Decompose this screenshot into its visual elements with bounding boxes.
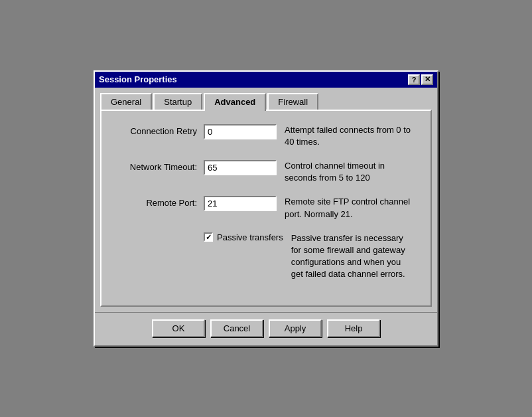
help-title-button[interactable]: ?: [408, 74, 420, 85]
tab-advanced[interactable]: Advanced: [204, 93, 266, 111]
connection-retry-label: Connection Retry: [117, 124, 204, 136]
passive-transfers-label[interactable]: Passive transfers: [204, 232, 283, 242]
remote-port-description: Remote site FTP control channel port. No…: [285, 196, 415, 220]
network-timeout-row: Network Timeout: Control channel timeout…: [117, 160, 415, 184]
apply-button[interactable]: Apply: [269, 319, 322, 337]
help-button[interactable]: Help: [327, 319, 380, 337]
buttons-row: OK Cancel Apply Help: [95, 312, 437, 345]
dialog-title: Session Properties: [99, 74, 177, 84]
title-bar: Session Properties ? ✕: [95, 72, 437, 88]
network-timeout-input[interactable]: [204, 160, 277, 175]
network-timeout-label: Network Timeout:: [117, 160, 204, 172]
remote-port-row: Remote Port: Remote site FTP control cha…: [117, 196, 415, 220]
ok-button[interactable]: OK: [152, 319, 205, 337]
title-bar-controls: ? ✕: [408, 74, 433, 85]
tab-general[interactable]: General: [100, 93, 152, 111]
tabs-row: General Startup Advanced Firewall: [95, 88, 437, 110]
tab-startup[interactable]: Startup: [153, 93, 202, 111]
connection-retry-row: Connection Retry Attempt failed connects…: [117, 124, 415, 148]
network-timeout-description: Control channel timeout in seconds from …: [285, 160, 415, 184]
session-properties-dialog: Session Properties ? ✕ General Startup A…: [94, 70, 438, 347]
cancel-button[interactable]: Cancel: [210, 319, 263, 337]
tab-firewall[interactable]: Firewall: [267, 93, 318, 111]
passive-transfers-checkbox[interactable]: [204, 232, 213, 242]
connection-retry-input[interactable]: [204, 124, 277, 139]
remote-port-label: Remote Port:: [117, 196, 204, 208]
connection-retry-description: Attempt failed connects from 0 to 40 tim…: [285, 124, 415, 148]
passive-transfers-row: Passive transfers Passive transfer is ne…: [117, 232, 415, 281]
passive-transfers-description: Passive transfer is necessary for some f…: [291, 232, 415, 281]
tab-content-advanced: Connection Retry Attempt failed connects…: [100, 110, 432, 307]
remote-port-input[interactable]: [204, 196, 277, 211]
close-title-button[interactable]: ✕: [421, 74, 433, 85]
